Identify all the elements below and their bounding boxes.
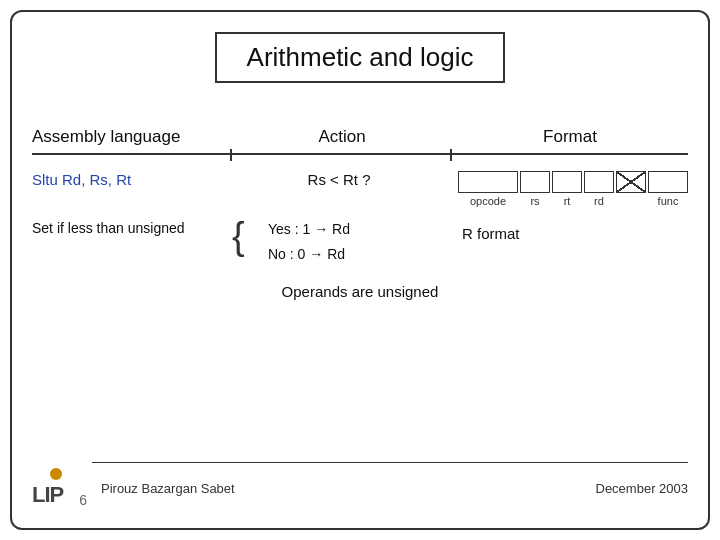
rd-label: rd	[584, 195, 614, 207]
format-header: Format	[452, 127, 688, 155]
footer: LIP 6 Pirouz Bazargan Sabet December 200…	[32, 468, 688, 508]
r-format-label: R format	[462, 225, 520, 242]
sltu-assembly: Sltu Rd, Rs, Rt	[32, 171, 230, 188]
x-box	[616, 171, 646, 193]
format-boxes	[458, 171, 688, 193]
logo-number: 6	[79, 492, 87, 508]
rs-label: rs	[520, 195, 550, 207]
slide-container: Arithmetic and logic Assembly language A…	[10, 10, 710, 530]
action-lines: Yes : 1 → Rd No : 0 → Rd	[252, 217, 452, 267]
sltu-action: Rs < Rt ?	[230, 171, 448, 188]
assembly-header: Assembly language	[32, 127, 232, 155]
tick-1	[230, 149, 232, 161]
header-row: Assembly language Action Format	[32, 127, 688, 155]
tick-2	[450, 149, 452, 161]
format-labels: opcode rs rt rd func	[458, 195, 688, 207]
sltu-format: opcode rs rt rd func	[448, 171, 688, 207]
slide-title: Arithmetic and logic	[247, 42, 474, 73]
footer-line	[92, 462, 688, 463]
setlt-format: R format	[452, 217, 688, 242]
logo-area: LIP 6 Pirouz Bazargan Sabet	[32, 468, 235, 508]
setlt-assembly: Set if less than unsigned	[32, 217, 232, 239]
rs-box	[520, 171, 550, 193]
footer-date: December 2003	[596, 481, 689, 496]
content-area: Assembly language Action Format Sltu Rd,…	[32, 127, 688, 300]
opcode-box	[458, 171, 518, 193]
sltu-row: Sltu Rd, Rs, Rt Rs < Rt ? opcode	[32, 171, 688, 207]
logo-circle	[50, 468, 62, 480]
action-yes: Yes : 1 → Rd	[268, 217, 452, 242]
rd-box	[584, 171, 614, 193]
func-label: func	[648, 195, 688, 207]
opcode-label: opcode	[458, 195, 518, 207]
operands-row: Operands are unsigned	[32, 283, 688, 300]
setlt-action: { Yes : 1 → Rd No : 0 → Rd	[232, 217, 452, 267]
rt-box	[552, 171, 582, 193]
footer-author: Pirouz Bazargan Sabet	[91, 481, 235, 496]
lip-logo: LIP 6	[32, 468, 87, 508]
logo-letters: LIP	[32, 482, 63, 508]
rt-label: rt	[552, 195, 582, 207]
setlt-row: Set if less than unsigned { Yes : 1 → Rd…	[32, 217, 688, 267]
less-than-bracket: {	[232, 217, 245, 255]
action-header: Action	[232, 127, 452, 155]
func-box	[648, 171, 688, 193]
title-box: Arithmetic and logic	[215, 32, 506, 83]
action-no: No : 0 → Rd	[268, 242, 452, 267]
header-divider	[32, 153, 688, 155]
